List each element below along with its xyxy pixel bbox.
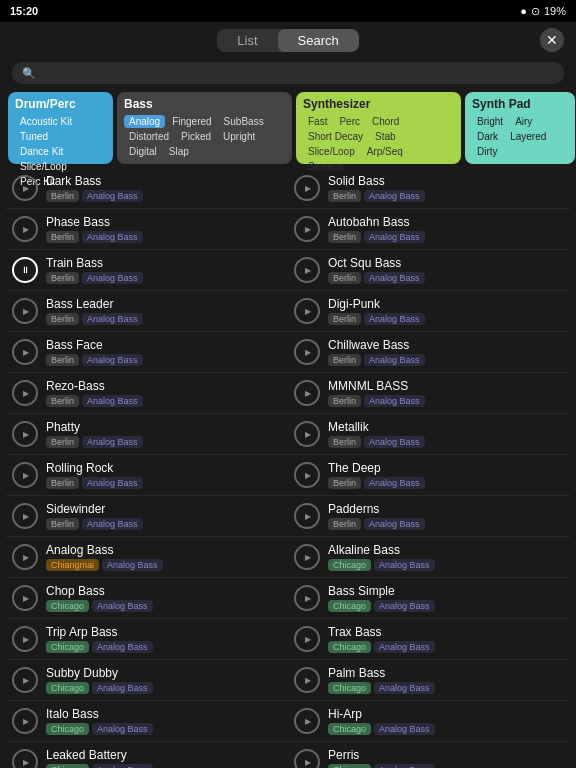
play-button[interactable]: ▶ (294, 585, 320, 611)
category-synthpad[interactable]: Synth Pad Bright Airy Dark Layered Dirty (465, 92, 575, 164)
play-button[interactable]: ▶ (294, 380, 320, 406)
sound-name: Digi-Punk (328, 297, 425, 311)
play-button[interactable]: ▶ (294, 462, 320, 488)
drum-tag-dance[interactable]: Dance Kit (15, 145, 68, 158)
sound-item[interactable]: ▶ MMNML BASS Berlin Analog Bass (288, 373, 570, 414)
synthpad-tag-airy[interactable]: Airy (510, 115, 537, 128)
bass-tag-picked[interactable]: Picked (176, 130, 216, 143)
sound-item[interactable]: ▶ Trax Bass Chicago Analog Bass (288, 619, 570, 660)
category-drum[interactable]: Drum/Perc Acoustic Kit Tuned Dance Kit S… (8, 92, 113, 164)
synthpad-tag-bright[interactable]: Bright (472, 115, 508, 128)
bass-tag-subbass[interactable]: SubBass (219, 115, 269, 128)
play-button[interactable]: ▶ (12, 380, 38, 406)
sound-item[interactable]: ▶ Alkaline Bass Chicago Analog Bass (288, 537, 570, 578)
play-button[interactable]: ▶ (294, 298, 320, 324)
pause-button[interactable]: ⏸ (12, 257, 38, 283)
sound-item[interactable]: ▶ Metallik Berlin Analog Bass (288, 414, 570, 455)
bass-tag-fingered[interactable]: Fingered (167, 115, 216, 128)
synth-tag-fast[interactable]: Fast (303, 115, 332, 128)
type-badge: Analog Bass (82, 231, 143, 243)
sound-item[interactable]: ▶ Palm Bass Chicago Analog Bass (288, 660, 570, 701)
category-bass[interactable]: Bass Analog Fingered SubBass Distorted P… (117, 92, 292, 164)
synthpad-tag-dark[interactable]: Dark (472, 130, 503, 143)
sound-item[interactable]: ▶ Rolling Rock Berlin Analog Bass (6, 455, 288, 496)
source-badge: Chicago (46, 764, 89, 768)
sound-item[interactable]: ▶ Rezo-Bass Berlin Analog Bass (6, 373, 288, 414)
sound-item[interactable]: ⏸ Train Bass Berlin Analog Bass (6, 250, 288, 291)
play-icon: ▶ (23, 225, 29, 234)
sound-info: Oct Squ Bass Berlin Analog Bass (328, 256, 425, 284)
sound-item[interactable]: ▶ Chop Bass Chicago Analog Bass (6, 578, 288, 619)
synthpad-tag-dirty[interactable]: Dirty (472, 145, 503, 158)
sound-name: Autobahn Bass (328, 215, 425, 229)
close-button[interactable]: ✕ (540, 28, 564, 52)
sound-item[interactable]: ▶ Bass Simple Chicago Analog Bass (288, 578, 570, 619)
synth-tag-sliceloop[interactable]: Slice/Loop (303, 145, 360, 158)
play-button[interactable]: ▶ (294, 626, 320, 652)
synth-tag-arpseq[interactable]: Arp/Seq (362, 145, 408, 158)
sound-item[interactable]: ▶ The Deep Berlin Analog Bass (288, 455, 570, 496)
list-tab[interactable]: List (217, 29, 277, 52)
sound-item[interactable]: ▶ Italo Bass Chicago Analog Bass (6, 701, 288, 742)
play-button[interactable]: ▶ (12, 175, 38, 201)
synth-tag-perc[interactable]: Perc (334, 115, 365, 128)
sound-item[interactable]: ▶ Solid Bass Berlin Analog Bass (288, 168, 570, 209)
sound-item[interactable]: ▶ Subby Dubby Chicago Analog Bass (6, 660, 288, 701)
synth-tag-stab[interactable]: Stab (370, 130, 401, 143)
play-button[interactable]: ▶ (294, 749, 320, 768)
play-button[interactable]: ▶ (12, 339, 38, 365)
bass-tag-slap[interactable]: Slap (164, 145, 194, 158)
play-button[interactable]: ▶ (294, 216, 320, 242)
play-button[interactable]: ▶ (12, 298, 38, 324)
bass-tag-distorted[interactable]: Distorted (124, 130, 174, 143)
play-button[interactable]: ▶ (12, 462, 38, 488)
play-button[interactable]: ▶ (12, 667, 38, 693)
play-button[interactable]: ▶ (12, 749, 38, 768)
play-button[interactable]: ▶ (12, 585, 38, 611)
bass-tag-digital[interactable]: Digital (124, 145, 162, 158)
sound-item[interactable]: ▶ Phatty Berlin Analog Bass (6, 414, 288, 455)
play-button[interactable]: ▶ (294, 503, 320, 529)
sound-item[interactable]: ▶ Sidewinder Berlin Analog Bass (6, 496, 288, 537)
category-synth[interactable]: Synthesizer Fast Perc Chord Short Decay … (296, 92, 461, 164)
play-button[interactable]: ▶ (12, 544, 38, 570)
sound-item[interactable]: ▶ Leaked Battery Chicago Analog Bass (6, 742, 288, 768)
sound-item[interactable]: ▶ Phase Bass Berlin Analog Bass (6, 209, 288, 250)
play-button[interactable]: ▶ (12, 421, 38, 447)
sound-item[interactable]: ▶ Digi-Punk Berlin Analog Bass (288, 291, 570, 332)
sound-item[interactable]: ▶ Analog Bass Chiangmai Analog Bass (6, 537, 288, 578)
play-button[interactable]: ▶ (12, 708, 38, 734)
play-button[interactable]: ▶ (12, 503, 38, 529)
play-button[interactable]: ▶ (294, 421, 320, 447)
play-button[interactable]: ▶ (294, 175, 320, 201)
synthpad-tag-layered[interactable]: Layered (505, 130, 551, 143)
sound-item[interactable]: ▶ Dark Bass Berlin Analog Bass (6, 168, 288, 209)
drum-tag-acoustic[interactable]: Acoustic Kit (15, 115, 77, 128)
play-button[interactable]: ▶ (294, 544, 320, 570)
sound-item[interactable]: ▶ Chillwave Bass Berlin Analog Bass (288, 332, 570, 373)
sound-item[interactable]: ▶ Oct Squ Bass Berlin Analog Bass (288, 250, 570, 291)
bass-tag-analog[interactable]: Analog (124, 115, 165, 128)
synth-tag-shortdecay[interactable]: Short Decay (303, 130, 368, 143)
sound-info: Trax Bass Chicago Analog Bass (328, 625, 435, 653)
type-badge: Analog Bass (82, 272, 143, 284)
sound-item[interactable]: ▶ Bass Leader Berlin Analog Bass (6, 291, 288, 332)
search-input[interactable] (42, 66, 554, 80)
drum-tag-tuned[interactable]: Tuned (15, 130, 53, 143)
play-button[interactable]: ▶ (294, 257, 320, 283)
search-tab[interactable]: Search (278, 29, 359, 52)
synth-tag-chord[interactable]: Chord (367, 115, 404, 128)
sound-item[interactable]: ▶ Autobahn Bass Berlin Analog Bass (288, 209, 570, 250)
sound-item[interactable]: ▶ Hi-Arp Chicago Analog Bass (288, 701, 570, 742)
source-badge: Berlin (328, 272, 361, 284)
play-button[interactable]: ▶ (12, 216, 38, 242)
play-button[interactable]: ▶ (294, 339, 320, 365)
bass-tag-upright[interactable]: Upright (218, 130, 260, 143)
play-button[interactable]: ▶ (294, 708, 320, 734)
sound-item[interactable]: ▶ Trip Arp Bass Chicago Analog Bass (6, 619, 288, 660)
sound-item[interactable]: ▶ Padderns Berlin Analog Bass (288, 496, 570, 537)
play-button[interactable]: ▶ (294, 667, 320, 693)
sound-item[interactable]: ▶ Perris Chicago Analog Bass (288, 742, 570, 768)
sound-item[interactable]: ▶ Bass Face Berlin Analog Bass (6, 332, 288, 373)
play-button[interactable]: ▶ (12, 626, 38, 652)
